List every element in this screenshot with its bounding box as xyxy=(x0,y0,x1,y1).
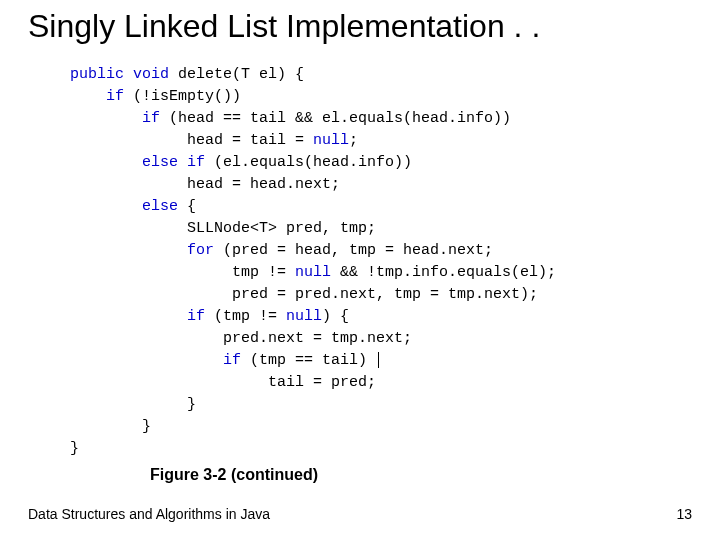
kw-null: null xyxy=(295,264,331,281)
kw-null: null xyxy=(313,132,349,149)
kw-if: if xyxy=(187,308,205,325)
kw-else: else xyxy=(142,198,178,215)
kw-null: null xyxy=(286,308,322,325)
kw-if: if xyxy=(142,110,160,127)
text-cursor-icon xyxy=(378,352,379,368)
kw-if: if xyxy=(106,88,124,105)
kw-public: public xyxy=(70,66,124,83)
code-block: public void delete(T el) { if (!isEmpty(… xyxy=(70,64,556,460)
kw-else: else xyxy=(142,154,178,171)
slide-title: Singly Linked List Implementation . . xyxy=(28,8,540,45)
kw-if: if xyxy=(223,352,241,369)
kw-if: if xyxy=(187,154,205,171)
kw-void: void xyxy=(133,66,169,83)
footer-text: Data Structures and Algorithms in Java xyxy=(28,506,270,522)
kw-for: for xyxy=(187,242,214,259)
slide: Singly Linked List Implementation . . pu… xyxy=(0,0,720,540)
figure-caption: Figure 3-2 (continued) xyxy=(150,466,318,484)
page-number: 13 xyxy=(676,506,692,522)
